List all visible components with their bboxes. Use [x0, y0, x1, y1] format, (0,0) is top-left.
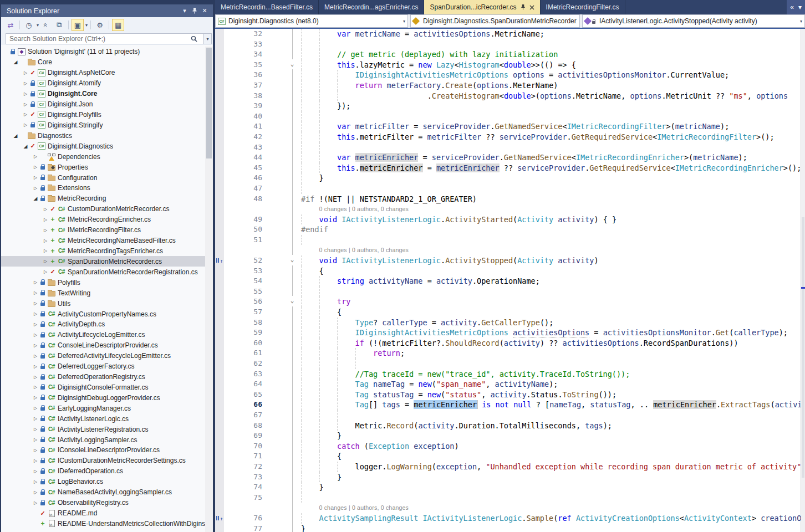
expander-collapsed-icon[interactable]: ▷	[32, 437, 39, 442]
editor-scrollbar[interactable]	[801, 29, 805, 532]
code-line-39[interactable]: 39});	[215, 101, 801, 111]
expander-collapsed-icon[interactable]: ▷	[32, 343, 39, 348]
code-line-50[interactable]: 50#endif	[215, 224, 801, 235]
expander-collapsed-icon[interactable]: ▷	[32, 354, 39, 359]
expander-collapsed-icon[interactable]: ▷	[42, 238, 49, 243]
expander-collapsed-icon[interactable]: ▷	[32, 458, 39, 463]
tree-item-dependencies[interactable]: ▷Dependencies	[1, 151, 205, 162]
tree-item-diginsightdebugloggerprovider-cs[interactable]: ▷C#DiginsightDebugLoggerProvider.cs	[1, 392, 205, 403]
code-line-76[interactable]: 76↑ActivitySamplingResult IActivityListe…	[215, 513, 801, 524]
tree-item-diginsight-diagnostics[interactable]: ◢✓C#Diginsight.Diagnostics	[1, 141, 205, 151]
expander-collapsed-icon[interactable]: ▷	[32, 154, 39, 159]
expander-collapsed-icon[interactable]: ▷	[32, 427, 39, 432]
tab-spanduration-icrecorder-cs[interactable]: SpanDuration...icRecorder.cs	[424, 0, 540, 14]
implements-interface-icon[interactable]: ↑	[216, 515, 223, 521]
code-line-75[interactable]: 75	[215, 493, 801, 503]
tree-item-configuration[interactable]: ▷Configuration	[1, 172, 205, 183]
code-line-67[interactable]: 67	[215, 410, 801, 421]
code-line-44[interactable]: 44var metricEnricher = serviceProvider.G…	[215, 152, 801, 163]
tree-item-textwriting[interactable]: ▷TextWriting	[1, 288, 205, 298]
sync-with-active-document-icon[interactable]: ⇄	[4, 19, 17, 31]
expander-collapsed-icon[interactable]: ▷	[32, 416, 39, 421]
properties-wrench-icon[interactable]: ⚙	[94, 19, 106, 31]
expander-collapsed-icon[interactable]: ▷	[32, 406, 39, 411]
tree-item-imetricrecordingenricher-cs[interactable]: ▷+C#IMetricRecordingEnricher.cs	[1, 214, 205, 225]
tree-item-iconsolelinedescriptorprovider-cs[interactable]: ▷C#IConsoleLineDescriptorProvider.cs	[1, 445, 205, 456]
tree-item-iactivitylistenerregistration-cs[interactable]: ▷C#IActivityListenerRegistration.cs	[1, 424, 205, 434]
tree-item-diginsight-json[interactable]: ▷C#Diginsight.Json	[1, 99, 205, 110]
expander-expanded-icon[interactable]: ◢	[12, 133, 19, 139]
code-line-56[interactable]: 56⌄try	[215, 296, 801, 307]
code-line-47[interactable]: 47	[215, 183, 801, 194]
expander-collapsed-icon[interactable]: ▷	[32, 364, 39, 369]
code-line-57[interactable]: 57{	[215, 307, 801, 318]
expander-collapsed-icon[interactable]: ▷	[22, 122, 29, 127]
expander-collapsed-icon[interactable]: ▷	[32, 500, 39, 505]
tab-metricrecordin-agsenricher-cs[interactable]: MetricRecordin...agsEnricher.cs	[319, 0, 424, 14]
collapse-chevron-icon[interactable]: ⌄	[288, 296, 297, 306]
expander-collapsed-icon[interactable]: ▷	[32, 479, 39, 484]
tree-item-logbehavior-cs[interactable]: ▷C#LogBehavior.cs	[1, 477, 205, 487]
tree-item-ideferredoperation-cs[interactable]: ▷C#IDeferredOperation.cs	[1, 466, 205, 477]
tree-item-diginsight-aspnetcore[interactable]: ▷✓C#Diginsight.AspNetCore	[1, 68, 205, 78]
project-dropdown[interactable]: C# Diginsight.Diagnostics (net8.0) ▾	[215, 14, 408, 28]
tree-item-metricrecordingtagsenricher-cs[interactable]: ▷+C#MetricRecordingTagsEnricher.cs	[1, 246, 205, 257]
tree-item-consolelinedescriptorprovider-cs[interactable]: ▷C#ConsoleLineDescriptorProvider.cs	[1, 340, 205, 351]
tree-item-activitydepth-cs[interactable]: ▷C#ActivityDepth.cs	[1, 319, 205, 330]
tab-metricrecordin-basedfilter-cs[interactable]: MetricRecordin...BasedFilter.cs	[215, 0, 319, 14]
tree-item-customdurationmetricrecorder-cs[interactable]: ▷✓C#CustomDurationMetricRecorder.cs	[1, 204, 205, 214]
type-dropdown[interactable]: Diginsight.Diagnostics.SpanDurationMetri…	[410, 14, 580, 28]
code-line-60[interactable]: 60if (!(metricFilter?.ShouldRecord(activ…	[215, 338, 801, 349]
code-line-35[interactable]: 35⌄this.lazyMetric = new Lazy<Histogram<…	[215, 60, 801, 70]
tree-item-solution-diginsight-11-of-11-projects-[interactable]: ◆Solution 'Diginsight' (11 of 11 project…	[1, 47, 205, 57]
tree-item-diginsightconsoleformatter-cs[interactable]: ▷C#DiginsightConsoleFormatter.cs	[1, 382, 205, 393]
code-line-34[interactable]: 34// get metric (deplayed) with lazy ini…	[215, 49, 801, 60]
tree-scrollbar[interactable]	[205, 47, 213, 532]
tree-item-diginsight-stringify[interactable]: ▷C#Diginsight.Stringify	[1, 120, 205, 130]
collapse-chevron-icon[interactable]: ⌄	[288, 255, 297, 265]
search-options-dropdown[interactable]: ▾	[204, 33, 212, 44]
pin-icon[interactable]	[521, 4, 526, 10]
codelens-text[interactable]: 0 changes | 0 authors, 0 changes	[319, 245, 409, 255]
tree-item-observabilityregistry-cs[interactable]: ▷C#ObservabilityRegistry.cs	[1, 498, 205, 508]
expander-collapsed-icon[interactable]: ▷	[22, 112, 29, 117]
chevron-down-icon[interactable]: ▾	[37, 23, 39, 28]
expander-collapsed-icon[interactable]: ▷	[32, 165, 39, 170]
expander-collapsed-icon[interactable]: ▷	[42, 269, 49, 274]
code-line-55[interactable]: 55	[215, 287, 801, 297]
search-icon[interactable]	[191, 35, 197, 42]
expander-collapsed-icon[interactable]: ▷	[32, 448, 39, 453]
code-line-51[interactable]: 51	[215, 235, 801, 245]
close-tab-icon[interactable]	[529, 5, 534, 10]
expander-collapsed-icon[interactable]: ▷	[32, 301, 39, 306]
code-line-66[interactable]: 66Tag[] tags = metricEnricher is not nul…	[215, 400, 801, 410]
editor-scrollbar-thumb[interactable]	[802, 217, 804, 478]
code-line-52[interactable]: 52↑⌄void IActivityListenerLogic.Activity…	[215, 255, 801, 266]
tree-item-spandurationmetricrecorder-cs[interactable]: ▷+C#SpanDurationMetricRecorder.cs	[1, 256, 205, 267]
tree-item-activitycustompropertynames-cs[interactable]: ▷C#ActivityCustomPropertyNames.cs	[1, 309, 205, 319]
code-line-33[interactable]: 33	[215, 39, 801, 50]
code-line-70[interactable]: 70catch (Exception exception)	[215, 441, 801, 452]
tree-item-diginsight-atomify[interactable]: ▷C#Diginsight.Atomify	[1, 78, 205, 89]
code-line-42[interactable]: 42this.metricFilter = metricFilter ?? se…	[215, 132, 801, 142]
tree-item-diginsight-polyfills[interactable]: ▷✓C#Diginsight.Polyfills	[1, 110, 205, 120]
tree-item-iactivitylistenerlogic-cs[interactable]: ▷C#IActivityListenerLogic.cs	[1, 413, 205, 424]
code-line-36[interactable]: 36IDiginsightActivitiesMetricOptions opt…	[215, 70, 801, 80]
codelens-text[interactable]: 0 changes | 0 authors, 0 changes	[319, 204, 409, 214]
tree-item-deferredloggerfactory-cs[interactable]: ▷C#DeferredLoggerFactory.cs	[1, 361, 205, 372]
tab-list-dropdown-icon[interactable]: ▾	[798, 3, 802, 11]
expander-collapsed-icon[interactable]: ▷	[22, 91, 29, 96]
tree-item-metricrecording[interactable]: ◢MetricRecording	[1, 193, 205, 204]
expander-collapsed-icon[interactable]: ▷	[32, 175, 39, 180]
close-icon[interactable]: ✕	[200, 7, 210, 16]
pending-changes-filter-icon[interactable]: ◷	[23, 19, 35, 31]
scroll-tabs-left-icon[interactable]: «	[790, 3, 794, 11]
code-line-69[interactable]: 69}	[215, 431, 801, 441]
tree-item-activitylifecyclelogemitter-cs[interactable]: ▷C#ActivityLifecycleLogEmitter.cs	[1, 330, 205, 340]
show-all-files-icon[interactable]: ▦	[112, 19, 124, 31]
tree-item-imetricrecordingfilter-cs[interactable]: ▷+C#IMetricRecordingFilter.cs	[1, 225, 205, 236]
tree-item-deferredoperationregistry-cs[interactable]: ▷C#DeferredOperationRegistry.cs	[1, 372, 205, 382]
tree-item-namebasedactivityloggingsampler-cs[interactable]: ▷C#NameBasedActivityLoggingSampler.cs	[1, 487, 205, 498]
scope-to-this-icon[interactable]: ▣	[72, 19, 84, 31]
code-line-74[interactable]: 74}	[215, 482, 801, 493]
